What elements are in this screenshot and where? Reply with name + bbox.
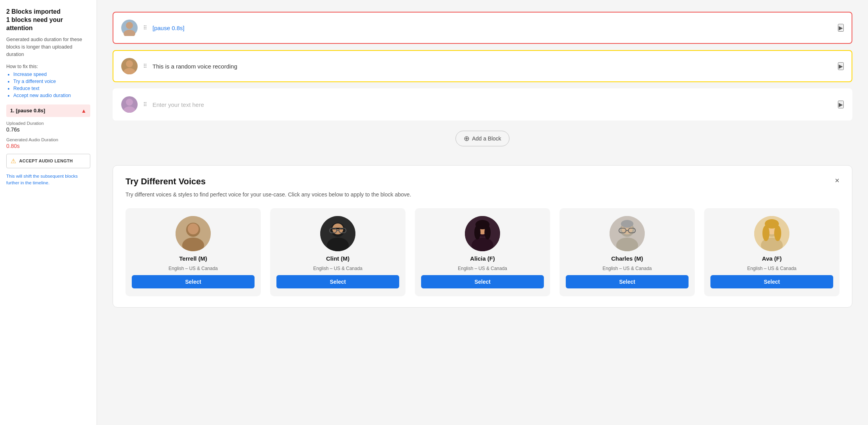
voices-panel: Try Different Voices × Try different voi… <box>113 165 852 308</box>
svg-point-1 <box>124 30 135 36</box>
voice-name-ava: Ava (F) <box>762 255 782 262</box>
generated-duration-label: Generated Audio Duration <box>6 137 90 142</box>
voice-card-clint: Clint (M) English – US & Canada Select <box>270 208 405 296</box>
block-list-item[interactable]: 1. [pause 0.8s] ▲ <box>6 104 90 117</box>
voice-card-terrell: Terrell (M) English – US & Canada Select <box>126 208 261 296</box>
block-row-1: ⠿ [pause 0.8s] ▶ <box>113 12 852 44</box>
avatar-1 <box>121 20 138 36</box>
accept-audio-length-button[interactable]: ⚠ ACCEPT AUDIO LENGTH <box>6 154 90 168</box>
play-button-1[interactable]: ▶ <box>838 24 844 32</box>
voice-avatar-charles <box>610 216 645 251</box>
block-3-placeholder[interactable]: Enter your text here <box>152 101 832 108</box>
sidebar-description: Generated audio duration for these block… <box>6 36 90 58</box>
accept-note: This will shift the subsequent blocks fu… <box>6 173 90 187</box>
warning-icon: ⚠ <box>11 157 16 165</box>
block-item-arrow-icon: ▲ <box>81 108 86 114</box>
svg-point-39 <box>774 225 781 241</box>
select-button-alicia[interactable]: Select <box>421 275 544 288</box>
voice-name-alicia: Alicia (F) <box>470 255 495 262</box>
add-block-label: Add a Block <box>472 135 501 142</box>
add-block-button[interactable]: ⊕ Add a Block <box>456 131 509 146</box>
block-1-text[interactable]: [pause 0.8s] <box>152 25 832 31</box>
sidebar: 2 Blocks imported 1 blocks need your att… <box>0 0 97 425</box>
voice-avatar-terrell <box>176 216 211 251</box>
svg-point-38 <box>762 225 769 241</box>
svg-point-23 <box>474 225 481 240</box>
voice-card-ava: Ava (F) English – US & Canada Select <box>704 208 839 296</box>
voice-name-charles: Charles (M) <box>611 255 643 262</box>
generated-duration-section: Generated Audio Duration 0.80s <box>6 137 90 149</box>
voice-card-charles: Charles (M) English – US & Canada Select <box>560 208 695 296</box>
voice-name-clint: Clint (M) <box>326 255 350 262</box>
voices-panel-header: Try Different Voices × <box>126 176 839 187</box>
avatar-3 <box>121 96 138 113</box>
svg-point-9 <box>188 223 199 234</box>
main-content: ⠿ [pause 0.8s] ▶ ⠿ This is a random voic… <box>97 0 868 425</box>
block-item-label: 1. [pause 0.8s] <box>10 108 45 113</box>
drag-handle-3[interactable]: ⠿ <box>143 101 147 108</box>
block-row-3: ⠿ Enter your text here ▶ <box>113 88 852 121</box>
generated-duration-value: 0.80s <box>6 143 90 149</box>
block-2-text[interactable]: This is a random voice recording <box>152 63 832 70</box>
voice-lang-clint: English – US & Canada <box>313 266 362 271</box>
fix-item-reduce-text[interactable]: Reduce text <box>13 86 90 91</box>
select-button-terrell[interactable]: Select <box>132 275 255 288</box>
voice-lang-charles: English – US & Canada <box>603 266 652 271</box>
fix-list: Increase speed Try a different voice Red… <box>6 72 90 98</box>
select-button-ava[interactable]: Select <box>710 275 833 288</box>
how-to-fix-label: How to fix this: <box>6 64 90 69</box>
play-button-3[interactable]: ▶ <box>838 101 844 108</box>
block-row-2: ⠿ This is a random voice recording ▶ <box>113 50 852 82</box>
svg-point-0 <box>126 22 133 29</box>
voice-lang-ava: English – US & Canada <box>747 266 796 271</box>
voices-panel-close-button[interactable]: × <box>835 176 839 184</box>
drag-handle-1[interactable]: ⠿ <box>143 25 147 31</box>
voice-name-terrell: Terrell (M) <box>179 255 207 262</box>
voices-panel-description: Try different voices & styles to find pe… <box>126 191 839 199</box>
voice-lang-terrell: English – US & Canada <box>169 266 218 271</box>
uploaded-duration-value: 0.76s <box>6 126 90 133</box>
sidebar-title: 2 Blocks imported 1 blocks need your att… <box>6 8 90 32</box>
svg-point-2 <box>126 60 133 67</box>
voice-avatar-alicia <box>465 216 500 251</box>
voices-grid: Terrell (M) English – US & Canada Select <box>126 208 839 296</box>
svg-point-32 <box>621 220 633 228</box>
fix-item-try-voice[interactable]: Try a different voice <box>13 79 90 84</box>
svg-point-5 <box>124 106 135 113</box>
avatar-2 <box>121 58 138 74</box>
accept-btn-label: ACCEPT AUDIO LENGTH <box>19 158 73 163</box>
drag-handle-2[interactable]: ⠿ <box>143 63 147 69</box>
plus-icon: ⊕ <box>464 134 470 143</box>
fix-item-increase-speed[interactable]: Increase speed <box>13 72 90 77</box>
uploaded-duration-label: Uploaded Duration <box>6 121 90 126</box>
svg-point-4 <box>126 99 133 106</box>
voices-panel-title: Try Different Voices <box>126 176 206 187</box>
voice-lang-alicia: English – US & Canada <box>458 266 507 271</box>
play-button-2[interactable]: ▶ <box>838 62 844 70</box>
voice-avatar-clint <box>320 216 355 251</box>
select-button-clint[interactable]: Select <box>276 275 399 288</box>
svg-point-24 <box>484 225 491 240</box>
voice-avatar-ava <box>754 216 789 251</box>
uploaded-duration-section: Uploaded Duration 0.76s <box>6 121 90 133</box>
select-button-charles[interactable]: Select <box>566 275 689 288</box>
svg-point-3 <box>124 68 135 74</box>
voice-card-alicia: Alicia (F) English – US & Canada Select <box>415 208 550 296</box>
fix-item-accept-duration[interactable]: Accept new audio duration <box>13 93 90 98</box>
